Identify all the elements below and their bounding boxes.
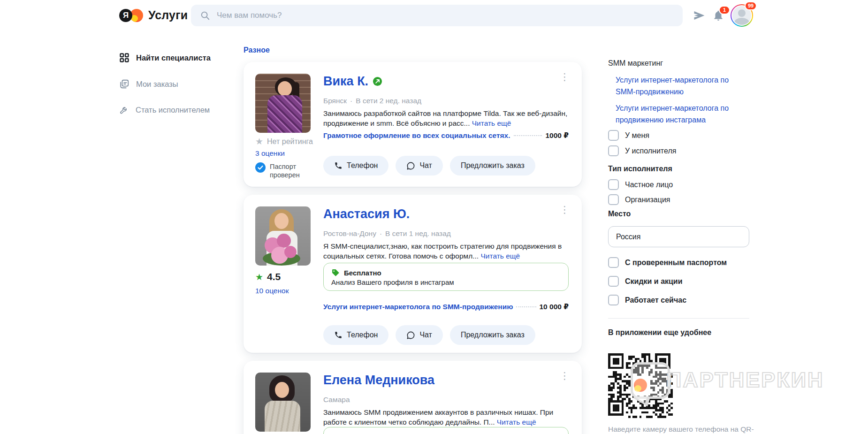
category-link[interactable]: Услуги интернет-маркетолога по SMM-продв…	[616, 74, 746, 98]
filter-checkbox-working-now[interactable]: Работает сейчас	[608, 295, 686, 305]
sidebar-item-label: Стать исполнителем	[136, 106, 210, 114]
filter-checkbox-private-person[interactable]: Частное лицо	[608, 179, 673, 190]
star-icon: ★	[255, 273, 263, 282]
star-icon: ★	[255, 137, 263, 146]
qr-hint-text: Наведите камеру вашего телефона на QR-	[608, 425, 754, 434]
specialist-card: ⋮ Вика К. Брянск·В сети 2 нед. назад Зан…	[244, 62, 582, 187]
filter-checkbox-at-mine[interactable]: У меня	[608, 130, 649, 141]
search-input[interactable]	[216, 10, 659, 21]
yandex-services-logo[interactable]: Я Услуги	[119, 8, 188, 22]
chat-button[interactable]: Чат	[396, 156, 443, 175]
checkbox[interactable]	[608, 295, 619, 305]
service-link[interactable]: Грамотное оформление во всех социальных …	[323, 131, 510, 140]
rating-row: ★ Нет рейтинга	[255, 137, 313, 146]
location: Самара	[323, 396, 350, 404]
specialist-description: Занимаюсь разработкой сайтов на платформ…	[323, 108, 569, 128]
meta-separator: ·	[350, 97, 352, 105]
place-title: Место	[608, 210, 631, 218]
search-icon	[200, 10, 210, 21]
offer-order-button[interactable]: Предложить заказ	[450, 325, 535, 345]
place-input[interactable]	[608, 226, 749, 247]
chat-icon	[406, 331, 415, 340]
specialist-photo[interactable]	[255, 74, 311, 133]
specialist-card: ⋮ Анастасия Ю. Ростов-на-Дону·В сети 1 н…	[244, 195, 582, 353]
reviews-link[interactable]: 3 оценки	[255, 149, 285, 158]
read-more-link[interactable]: Читать ещё	[497, 418, 536, 426]
location: Ростов-на-Дону	[323, 229, 376, 237]
grid-icon	[119, 53, 129, 63]
specialist-name-link[interactable]: Анастасия Ю.	[323, 207, 410, 221]
service-price: 1000 ₽	[545, 131, 569, 140]
read-more-link[interactable]: Читать ещё	[480, 252, 520, 260]
price-leader	[516, 306, 536, 307]
filter-checkbox-discounts[interactable]: Скидки и акции	[608, 276, 683, 287]
card-menu-button[interactable]: ⋮	[560, 371, 570, 381]
verified-icon	[373, 76, 382, 86]
sidebar-item-label: Мои заказы	[136, 80, 178, 89]
phone-icon	[334, 331, 343, 339]
reviews-link[interactable]: 10 оценок	[255, 287, 289, 295]
service-link[interactable]: Услуги интернет-маркетолога по SMM-продв…	[323, 303, 513, 311]
filter-checkbox-organization[interactable]: Организация	[608, 194, 670, 205]
service-price: 10 000 ₽	[540, 303, 569, 311]
checkbox[interactable]	[608, 179, 619, 190]
price-leader	[514, 135, 542, 136]
specialist-name-link[interactable]: Елена Медникова	[323, 373, 434, 388]
specialist-meta: Ростов-на-Дону·В сети 1 нед. назад	[323, 229, 451, 238]
chat-button[interactable]: Чат	[396, 325, 443, 345]
specialist-photo[interactable]	[255, 373, 311, 432]
orders-icon	[119, 79, 129, 89]
tag-icon	[331, 268, 340, 277]
phone-button[interactable]: Телефон	[323, 325, 388, 345]
phone-icon	[334, 161, 343, 170]
qr-code	[608, 353, 673, 418]
free-offer-text: Анализ Вашего профиля в инстаграм	[331, 278, 568, 286]
service-row: Услуги интернет-маркетолога по SMM-продв…	[323, 303, 569, 311]
offer-order-button[interactable]: Предложить заказ	[450, 156, 535, 175]
specialist-meta: Самара	[323, 396, 350, 404]
checkbox[interactable]	[608, 276, 619, 287]
logo-title: Услуги	[148, 8, 188, 22]
page: Я Услуги 1 99 Найти специалиста Мои зака…	[0, 0, 868, 434]
filter-checkbox-at-performer[interactable]: У исполнителя	[608, 145, 676, 156]
filters-panel: SMM маркетинг Услуги интернет-маркетолог…	[608, 0, 750, 434]
qr-center-logo-icon	[632, 377, 649, 395]
performer-type-title: Тип исполнителя	[608, 165, 672, 173]
category-link[interactable]: Услуги интернет-маркетолога по продвижен…	[616, 102, 746, 126]
app-promo-title: В приложении еще удобнее	[608, 328, 711, 337]
card-actions: Телефон Чат Предложить заказ	[323, 156, 535, 175]
checkbox[interactable]	[608, 145, 619, 156]
phone-button[interactable]: Телефон	[323, 156, 388, 175]
rating-value: 4.5	[267, 271, 281, 282]
card-menu-button[interactable]: ⋮	[560, 205, 570, 214]
wrench-icon	[119, 105, 129, 115]
read-more-link[interactable]: Читать ещё	[472, 119, 511, 127]
last-online: В сети 1 нед. назад	[385, 229, 451, 237]
checkbox[interactable]	[608, 194, 619, 205]
sidebar-item-find-specialist[interactable]: Найти специалиста	[119, 53, 211, 63]
specialist-meta: Брянск·В сети 2 нед. назад	[323, 97, 421, 105]
specialist-card: ⋮ Елена Медникова Самара Занимаюсь SMM п…	[244, 361, 582, 434]
no-rating-label: Нет рейтинга	[267, 137, 313, 146]
specialist-description: Я SMM-специалист,знаю, как построить стр…	[323, 241, 569, 261]
passport-label: Паспорт проверен	[270, 162, 307, 179]
sidebar-item-label: Найти специалиста	[136, 53, 211, 62]
filter-checkbox-verified-passport[interactable]: С проверенным паспортом	[608, 257, 727, 268]
specialist-name-link[interactable]: Вика К.	[323, 74, 382, 89]
chat-icon	[406, 161, 415, 170]
last-online: В сети 2 нед. назад	[356, 97, 421, 105]
divider	[608, 318, 749, 319]
checkbox[interactable]	[608, 257, 619, 268]
sidebar-item-become-performer[interactable]: Стать исполнителем	[119, 105, 210, 115]
card-actions: Телефон Чат Предложить заказ	[323, 325, 535, 345]
breadcrumb-category-link[interactable]: Разное	[244, 46, 270, 54]
specialist-photo[interactable]	[255, 206, 311, 266]
sidebar-item-my-orders[interactable]: Мои заказы	[119, 79, 178, 89]
free-offer-title: Бесплатно	[331, 268, 568, 277]
location: Брянск	[323, 97, 347, 105]
yandex-logo-icon: Я	[119, 9, 132, 22]
checkbox[interactable]	[608, 130, 619, 141]
service-row: Грамотное оформление во всех социальных …	[323, 131, 569, 140]
card-menu-button[interactable]: ⋮	[560, 72, 570, 82]
category-title: SMM маркетинг	[608, 59, 663, 68]
